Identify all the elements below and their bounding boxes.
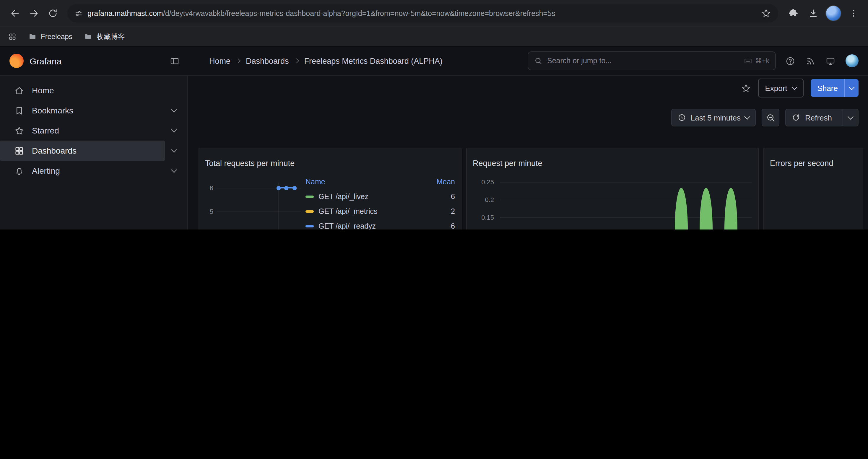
grafana-logo-icon: [9, 54, 24, 68]
dashboard-actions-row: Export Share: [188, 76, 868, 100]
sidebar-item-dashboards[interactable]: Dashboards: [0, 140, 187, 161]
profile-button[interactable]: [824, 4, 842, 22]
search-shortcut: ⌘+k: [744, 57, 769, 65]
series-mean: 6: [451, 192, 455, 201]
series-point: [292, 186, 296, 190]
series-mean: 2: [451, 207, 455, 215]
chevron-down-icon[interactable]: [165, 150, 183, 152]
breadcrumb: Home Dashboards Freeleaps Metrics Dashbo…: [209, 57, 528, 65]
browser-toolbar: grafana.mathmast.com/d/deytv4rwavabkb/fr…: [0, 0, 868, 27]
col-header-mean[interactable]: Mean: [436, 177, 455, 186]
search-placeholder: Search or jump to...: [547, 57, 612, 65]
star-icon: [14, 126, 24, 136]
y-tick-label: 0.15: [467, 214, 494, 221]
extensions-button[interactable]: [784, 4, 802, 22]
sidebar-item-starred[interactable]: Starred: [0, 121, 187, 140]
sidebar-item-label: Home: [32, 86, 54, 95]
screen: grafana.mathmast.com/d/deytv4rwavabkb/fr…: [0, 0, 868, 230]
bookmark-label: Freeleaps: [41, 32, 72, 41]
refresh-button[interactable]: Refresh: [785, 109, 859, 126]
sidebar-item-bookmarks[interactable]: Bookmarks: [0, 100, 187, 121]
bookmark-item-freeleaps[interactable]: Freeleaps: [28, 32, 72, 41]
grafana-header-left: Grafana: [0, 54, 188, 68]
home-icon: [14, 85, 24, 95]
chevron-down-icon[interactable]: [165, 169, 183, 172]
series-color-dash: [306, 225, 314, 227]
bar: [724, 188, 737, 230]
user-avatar[interactable]: [845, 54, 859, 67]
series-name: GET /api/_readyz: [318, 222, 451, 230]
col-header-name[interactable]: Name: [306, 177, 436, 186]
bar: [700, 188, 713, 230]
dashboard-content: Export Share Last 5 minutes: [188, 76, 868, 230]
reload-button[interactable]: [44, 4, 61, 22]
panel-title: Request per minute: [473, 159, 542, 168]
sidebar-item-alerting[interactable]: Alerting: [0, 161, 187, 181]
sidebar-item-label: Starred: [32, 126, 59, 135]
chevron-down-icon: [745, 114, 750, 120]
apps-grid-icon[interactable]: [8, 32, 17, 41]
series-point: [284, 186, 288, 190]
search-icon: [534, 57, 542, 65]
sidebar-toggle-icon[interactable]: [169, 56, 180, 66]
panel-row-1: Total requests per minute 6543217:40 Nam…: [198, 148, 863, 230]
series-name: GET /api/_livez: [318, 192, 451, 201]
refresh-main[interactable]: Refresh: [786, 109, 838, 126]
url-path: /d/deytv4rwavabkb/freeleaps-metrics-dash…: [163, 9, 555, 18]
refresh-icon: [792, 113, 800, 122]
legend-row[interactable]: GET /api/_readyz 6: [306, 219, 455, 230]
search-input[interactable]: Search or jump to... ⌘+k: [528, 52, 776, 70]
bookmark-star-icon[interactable]: [761, 8, 771, 18]
forward-button[interactable]: [25, 4, 42, 22]
sidebar-item-bookmarks-main: Bookmarks: [0, 100, 165, 121]
url-bar[interactable]: grafana.mathmast.com/d/deytv4rwavabkb/fr…: [67, 4, 778, 23]
zoom-out-button[interactable]: [762, 109, 780, 126]
legend-row[interactable]: GET /api/_metrics 2: [306, 204, 455, 219]
dashboards-grid-icon: [14, 145, 24, 156]
refresh-interval-button[interactable]: [843, 109, 858, 126]
chevron-right-icon: [294, 59, 299, 64]
series-name: GET /api/_metrics: [318, 207, 451, 215]
grafana-brand[interactable]: Grafana: [9, 54, 61, 68]
share-menu-button[interactable]: [844, 79, 859, 97]
export-button[interactable]: Export: [758, 78, 804, 97]
sidebar-item-dashboards-main: Dashboards: [0, 140, 165, 161]
panel-errors-per-second[interactable]: Errors per second No data: [764, 148, 863, 230]
share-button[interactable]: Share: [811, 79, 859, 97]
profile-avatar: [825, 5, 841, 21]
monitor-icon[interactable]: [826, 56, 836, 66]
panel-total-requests[interactable]: Total requests per minute 6543217:40 Nam…: [198, 148, 462, 230]
site-info-icon[interactable]: [74, 9, 83, 18]
sidebar: Home Bookmarks Starred: [0, 76, 188, 230]
panel-title: Total requests per minute: [205, 159, 294, 168]
breadcrumb-home[interactable]: Home: [209, 57, 230, 65]
legend-table: Name Mean GET /api/_livez 6 GET /api/_me…: [306, 174, 455, 230]
y-tick-label: 0.25: [467, 178, 494, 186]
folder-icon: [84, 32, 92, 41]
time-range-picker[interactable]: Last 5 minutes: [671, 109, 756, 126]
downloads-button[interactable]: [804, 4, 822, 22]
puzzle-icon: [788, 8, 798, 18]
favorite-star-icon[interactable]: [741, 83, 751, 93]
refresh-label: Refresh: [805, 113, 832, 122]
zoom-out-icon: [766, 112, 776, 123]
panel-title: Errors per second: [770, 159, 833, 168]
url-domain: grafana.mathmast.com: [88, 9, 163, 18]
bookmark-item-blogs[interactable]: 收藏博客: [84, 32, 125, 42]
panel-request-per-minute[interactable]: Request per minute 0.250.20.150.10.05017…: [466, 148, 759, 230]
browser-menu-button[interactable]: [844, 4, 862, 22]
legend-header-row: Name Mean: [306, 174, 455, 189]
share-label: Share: [811, 79, 844, 97]
news-rss-icon[interactable]: [805, 56, 815, 66]
grafana-header-icons: [776, 54, 868, 67]
back-button[interactable]: [6, 4, 24, 22]
gridline: [500, 200, 752, 200]
help-icon[interactable]: [785, 56, 795, 66]
bookmark-icon: [14, 105, 24, 116]
chevron-down-icon[interactable]: [165, 109, 183, 112]
sidebar-item-home[interactable]: Home: [0, 80, 187, 100]
chevron-down-icon[interactable]: [165, 129, 183, 132]
breadcrumb-dashboards[interactable]: Dashboards: [246, 57, 289, 65]
legend-row[interactable]: GET /api/_livez 6: [306, 189, 455, 204]
gridline: [500, 182, 752, 183]
